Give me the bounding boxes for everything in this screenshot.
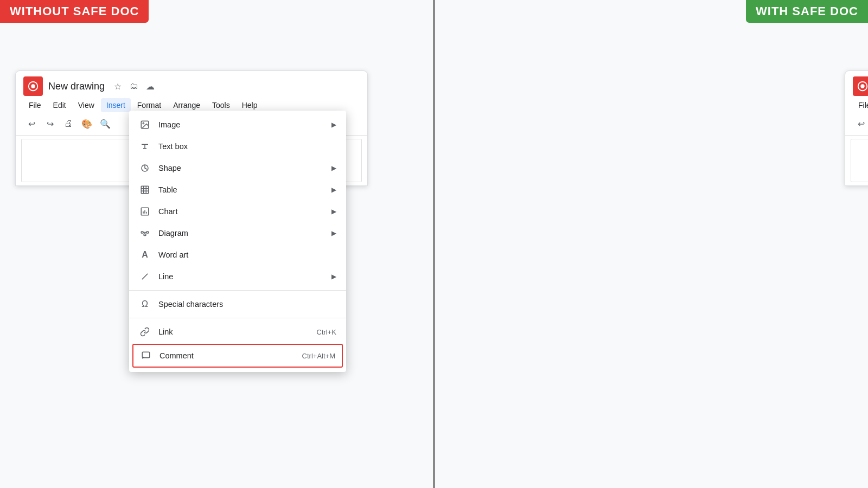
image-label: Image <box>158 120 324 129</box>
comment-shortcut-left: Ctrl+Alt+M <box>302 352 335 360</box>
left-menu-diagram[interactable]: Diagram ▶ <box>129 222 346 244</box>
menu-insert-left[interactable]: Insert <box>101 98 131 112</box>
window-title-left: New drawing <box>48 81 105 92</box>
svg-point-3 <box>143 123 144 124</box>
left-menu-chart[interactable]: Chart ▶ <box>129 201 346 222</box>
app-icon-right <box>853 76 868 96</box>
wordart-label: Word art <box>158 251 336 259</box>
zoom-btn-left[interactable]: 🔍 <box>97 115 113 132</box>
menu-edit-left[interactable]: Edit <box>48 98 72 112</box>
svg-rect-8 <box>146 232 149 233</box>
undo-btn-right[interactable]: ↩ <box>853 115 868 132</box>
left-menu-textbox[interactable]: Text box <box>129 136 346 157</box>
left-menu-comment[interactable]: Comment Ctrl+Alt+M <box>133 345 342 367</box>
diagram-icon <box>139 227 151 239</box>
canvas-right <box>851 139 868 182</box>
separator-1-left <box>129 290 346 291</box>
left-menu-comment-wrapper: Comment Ctrl+Alt+M <box>132 344 343 368</box>
left-menu-table[interactable]: Table ▶ <box>129 179 346 201</box>
table-label: Table <box>158 185 324 194</box>
right-drawing-window: New drawing ☆ 🗂 ☁ File Edit View Insert … <box>845 70 868 186</box>
cloud-icon-left[interactable]: ☁ <box>145 81 156 92</box>
textbox-label: Text box <box>158 142 336 151</box>
comment-icon-left <box>140 350 152 362</box>
app-icon-left <box>23 76 43 96</box>
line-icon <box>139 271 151 282</box>
table-arrow: ▶ <box>331 186 336 194</box>
comment-label-left: Comment <box>159 351 295 360</box>
omega-icon: Ω <box>139 298 151 310</box>
left-menu-special-chars[interactable]: Ω Special characters <box>129 293 346 315</box>
special-chars-label: Special characters <box>158 300 336 309</box>
textbox-icon <box>139 140 151 152</box>
table-icon <box>139 184 151 196</box>
undo-btn-left[interactable]: ↩ <box>23 115 40 132</box>
left-menu-shape[interactable]: Shape ▶ <box>129 157 346 179</box>
separator-2-left <box>129 318 346 318</box>
star-icon-left[interactable]: ☆ <box>112 81 123 92</box>
svg-rect-7 <box>141 232 143 233</box>
menu-file-right[interactable]: File <box>853 98 868 112</box>
left-dropdown: Image ▶ Text box Shape ▶ Table ▶ <box>129 111 346 372</box>
svg-rect-5 <box>141 186 149 194</box>
shape-label: Shape <box>158 164 324 172</box>
svg-point-1 <box>31 84 35 88</box>
paint-btn-left[interactable]: 🎨 <box>79 115 95 132</box>
menu-view-left[interactable]: View <box>73 98 100 112</box>
svg-point-12 <box>860 84 864 88</box>
line-arrow: ▶ <box>331 273 336 280</box>
left-menu-wordart[interactable]: A Word art <box>129 244 346 266</box>
link-label-left: Link <box>158 328 309 336</box>
link-shortcut-left: Ctrl+K <box>317 328 336 336</box>
redo-btn-left[interactable]: ↪ <box>42 115 58 132</box>
chart-icon <box>139 206 151 217</box>
line-label: Line <box>158 272 324 281</box>
link-icon-left <box>139 326 151 338</box>
menu-file-left[interactable]: File <box>23 98 47 112</box>
left-menu-link[interactable]: Link Ctrl+K <box>129 321 346 343</box>
folder-icon-left[interactable]: 🗂 <box>129 81 139 92</box>
chart-arrow: ▶ <box>331 208 336 215</box>
left-menu-line[interactable]: Line ▶ <box>129 266 346 287</box>
print-btn-left[interactable]: 🖨 <box>60 115 76 132</box>
image-icon <box>139 119 151 131</box>
left-panel: WITHOUT SAFE DOC New drawing ☆ 🗂 ☁ File … <box>0 0 433 488</box>
shape-icon <box>139 162 151 174</box>
svg-rect-9 <box>144 234 146 236</box>
menu-bar-right: File Edit View Insert Format Arrange Too… <box>845 98 868 112</box>
toolbar-right: ↩ ↪ 🖨 🎨 🔍 <box>845 112 868 136</box>
image-arrow: ▶ <box>331 121 336 129</box>
chart-label: Chart <box>158 207 324 216</box>
without-safe-doc-banner: WITHOUT SAFE DOC <box>0 0 149 23</box>
shape-arrow: ▶ <box>331 164 336 172</box>
with-safe-doc-banner: WITH SAFE DOC <box>746 0 868 23</box>
diagram-label: Diagram <box>158 229 324 237</box>
diagram-arrow: ▶ <box>331 229 336 237</box>
left-menu-image[interactable]: Image ▶ <box>129 114 346 136</box>
right-panel: WITH SAFE DOC New drawing ☆ 🗂 ☁ File Edi… <box>435 0 868 488</box>
wordart-icon: A <box>139 249 151 261</box>
